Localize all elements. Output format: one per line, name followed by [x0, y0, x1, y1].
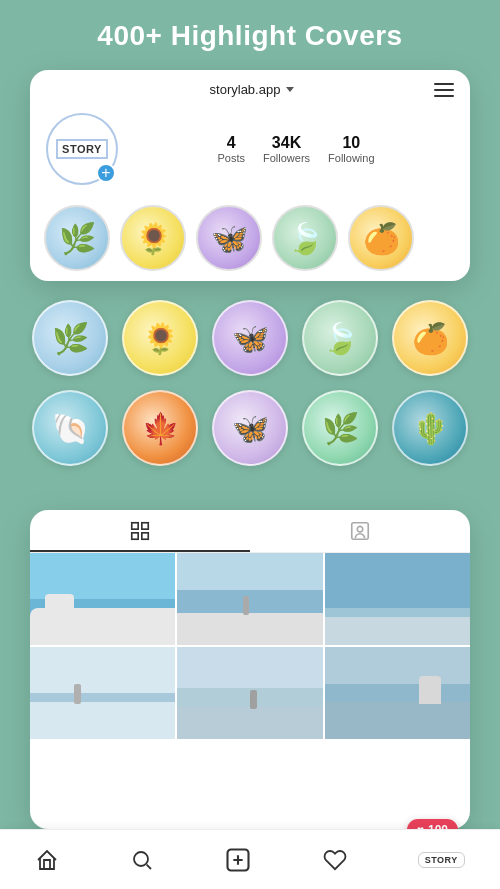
ext-highlight-1[interactable]: 🌿 — [32, 300, 108, 376]
ext-highlight-10[interactable]: 🌵 — [392, 390, 468, 466]
nav-home[interactable] — [27, 844, 67, 876]
building-shape — [45, 594, 74, 645]
search-icon — [130, 848, 154, 872]
highlight-2[interactable]: 🌻 — [120, 205, 186, 271]
hamburger-line-2 — [434, 89, 454, 91]
hamburger-line-1 — [434, 83, 454, 85]
bottom-nav: STORY — [0, 829, 500, 889]
svg-point-6 — [134, 852, 148, 866]
page-title: 400+ Highlight Covers — [0, 12, 500, 60]
ext-highlight-9-icon: 🌿 — [322, 411, 359, 446]
ext-highlight-4[interactable]: 🍃 — [302, 300, 378, 376]
highlight-2-icon: 🌻 — [135, 221, 172, 256]
ext-highlight-3[interactable]: 🦋 — [212, 300, 288, 376]
highlight-4-icon: 🍃 — [287, 221, 324, 256]
profile-top-bar: storylab.app — [30, 70, 470, 105]
ext-highlight-4-icon: 🍃 — [322, 321, 359, 356]
following-count: 10 — [328, 134, 374, 152]
following-label: Following — [328, 152, 374, 164]
photo-4-scene — [30, 647, 175, 739]
content-tab-bar — [30, 510, 470, 553]
posts-label: Posts — [217, 152, 245, 164]
ext-highlight-2[interactable]: 🌻 — [122, 300, 198, 376]
instagram-photo-grid — [30, 553, 470, 739]
stat-followers: 34K Followers — [263, 134, 310, 164]
svg-rect-4 — [352, 523, 369, 540]
ext-highlight-8[interactable]: 🦋 — [212, 390, 288, 466]
hamburger-menu-button[interactable] — [434, 83, 454, 97]
building-shape-2 — [37, 608, 59, 645]
ext-highlight-9[interactable]: 🌿 — [302, 390, 378, 466]
app-name-bar[interactable]: storylab.app — [210, 82, 295, 97]
svg-rect-3 — [142, 533, 148, 539]
home-icon — [35, 848, 59, 872]
svg-rect-1 — [142, 523, 148, 529]
tab-tagged[interactable] — [250, 520, 470, 552]
followers-count: 34K — [263, 134, 310, 152]
chevron-down-icon — [286, 87, 294, 92]
hamburger-line-3 — [434, 95, 454, 97]
highlights-ext-row1: 🌿 🌻 🦋 🍃 🍊 — [0, 300, 500, 376]
instagram-profile-card: storylab.app STORY + 4 Posts 34K — [30, 70, 470, 281]
highlight-1-icon: 🌿 — [59, 221, 96, 256]
highlight-3[interactable]: 🦋 — [196, 205, 262, 271]
profile-stats: 4 Posts 34K Followers 10 Following — [138, 134, 454, 164]
svg-point-5 — [357, 526, 363, 532]
followers-label: Followers — [263, 152, 310, 164]
ext-highlight-5-icon: 🍊 — [412, 321, 449, 356]
ext-highlight-3-icon: 🦋 — [232, 321, 269, 356]
highlight-5[interactable]: 🍊 — [348, 205, 414, 271]
app-name-label: storylab.app — [210, 82, 281, 97]
highlight-3-icon: 🦋 — [211, 221, 248, 256]
photo-cell-3[interactable] — [325, 553, 470, 645]
tab-grid[interactable] — [30, 520, 250, 552]
ext-highlight-6[interactable]: 🐚 — [32, 390, 108, 466]
highlights-ext-row2: 🐚 🍁 🦋 🌿 🌵 — [0, 390, 500, 466]
photo-2-scene — [177, 553, 322, 645]
ext-highlight-2-icon: 🌻 — [142, 321, 179, 356]
ground-shape-2 — [177, 707, 322, 739]
highlight-5-icon: 🍊 — [363, 221, 400, 256]
nav-add[interactable] — [216, 842, 260, 878]
dock-shape — [325, 617, 470, 645]
ground-shape — [177, 613, 322, 645]
person-tag-icon — [349, 520, 371, 542]
ext-highlight-6-icon: 🐚 — [52, 411, 89, 446]
highlight-4[interactable]: 🍃 — [272, 205, 338, 271]
heart-nav-icon — [323, 848, 347, 872]
photo-cell-6[interactable] — [325, 647, 470, 739]
ext-highlight-5[interactable]: 🍊 — [392, 300, 468, 376]
person-shape-2 — [74, 684, 81, 704]
ext-highlight-8-icon: 🦋 — [232, 411, 269, 446]
svg-rect-0 — [132, 523, 138, 529]
photo-cell-1[interactable] — [30, 553, 175, 645]
story-nav-label: STORY — [418, 852, 465, 868]
ext-highlight-10-icon: 🌵 — [412, 411, 449, 446]
grid-icon — [129, 520, 151, 542]
posts-count: 4 — [217, 134, 245, 152]
photo-cell-4[interactable] — [30, 647, 175, 739]
building-3 — [419, 676, 441, 704]
add-icon — [224, 846, 252, 874]
nav-story[interactable]: STORY — [410, 848, 473, 872]
nav-heart[interactable] — [315, 844, 355, 876]
svg-rect-2 — [132, 533, 138, 539]
person-shape-3 — [250, 690, 257, 708]
ext-highlight-1-icon: 🌿 — [52, 321, 89, 356]
person-shape — [243, 596, 249, 614]
highlight-1[interactable]: 🌿 — [44, 205, 110, 271]
avatar-text: STORY — [56, 139, 108, 159]
add-story-button[interactable]: + — [96, 163, 116, 183]
story-highlights-row: 🌿 🌻 🦋 🍃 🍊 — [30, 199, 470, 281]
avatar-wrapper: STORY + — [46, 113, 118, 185]
photo-cell-2[interactable] — [177, 553, 322, 645]
water-shape — [30, 702, 175, 739]
profile-info: STORY + 4 Posts 34K Followers 10 Followi… — [30, 105, 470, 199]
photo-cell-5[interactable] — [177, 647, 322, 739]
nav-search[interactable] — [122, 844, 162, 876]
photo-grid-card — [30, 510, 470, 829]
story-box-label: STORY — [56, 139, 108, 159]
photo-3-scene — [325, 553, 470, 645]
ext-highlight-7[interactable]: 🍁 — [122, 390, 198, 466]
photo-1-scene — [30, 553, 175, 645]
